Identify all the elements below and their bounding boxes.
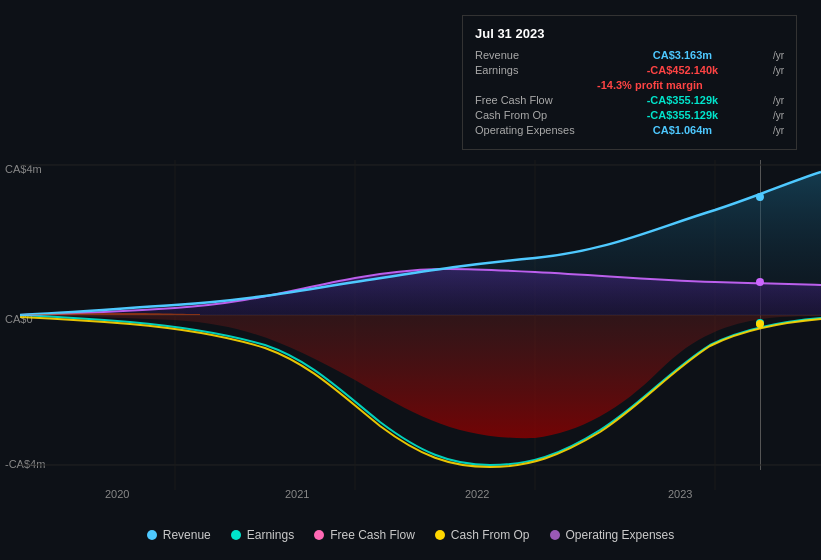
earnings-legend-label: Earnings (247, 528, 294, 542)
tooltip-row-earnings: Earnings -CA$452.140k /yr (475, 64, 784, 76)
opex-label: Operating Expenses (475, 124, 595, 136)
revenue-unit: /yr (773, 50, 784, 61)
opex-legend-dot (550, 530, 560, 540)
revenue-legend-label: Revenue (163, 528, 211, 542)
tooltip-date: Jul 31 2023 (475, 26, 784, 41)
fcf-legend-dot (314, 530, 324, 540)
opex-legend-label: Operating Expenses (566, 528, 675, 542)
opex-value: CA$1.064m (653, 124, 712, 136)
svg-point-10 (756, 320, 764, 328)
earnings-unit: /yr (773, 65, 784, 76)
legend-cfo: Cash From Op (435, 528, 530, 542)
legend: Revenue Earnings Free Cash Flow Cash Fro… (0, 528, 821, 542)
legend-earnings: Earnings (231, 528, 294, 542)
legend-opex: Operating Expenses (550, 528, 675, 542)
cfo-legend-dot (435, 530, 445, 540)
revenue-value: CA$3.163m (653, 49, 712, 61)
tooltip-row-cfo: Cash From Op -CA$355.129k /yr (475, 109, 784, 121)
revenue-legend-dot (147, 530, 157, 540)
earnings-legend-dot (231, 530, 241, 540)
cfo-legend-label: Cash From Op (451, 528, 530, 542)
tooltip-row-fcf: Free Cash Flow -CA$355.129k /yr (475, 94, 784, 106)
svg-point-7 (756, 193, 764, 201)
fcf-unit: /yr (773, 95, 784, 106)
tooltip-row-opex: Operating Expenses CA$1.064m /yr (475, 124, 784, 136)
cfo-label: Cash From Op (475, 109, 595, 121)
revenue-label: Revenue (475, 49, 595, 61)
opex-unit: /yr (773, 125, 784, 136)
tooltip-row-margin: -14.3% profit margin (597, 79, 784, 91)
fcf-value: -CA$355.129k (647, 94, 719, 106)
fcf-legend-label: Free Cash Flow (330, 528, 415, 542)
earnings-label: Earnings (475, 64, 595, 76)
svg-point-8 (756, 278, 764, 286)
tooltip-row-revenue: Revenue CA$3.163m /yr (475, 49, 784, 61)
tooltip-box: Jul 31 2023 Revenue CA$3.163m /yr Earnin… (462, 15, 797, 150)
cfo-value: -CA$355.129k (647, 109, 719, 121)
margin-value: -14.3% profit margin (597, 79, 703, 91)
cfo-unit: /yr (773, 110, 784, 121)
chart-container: Jul 31 2023 Revenue CA$3.163m /yr Earnin… (0, 0, 821, 560)
legend-revenue: Revenue (147, 528, 211, 542)
fcf-label: Free Cash Flow (475, 94, 595, 106)
earnings-value: -CA$452.140k (647, 64, 719, 76)
chart-svg (0, 160, 821, 490)
legend-fcf: Free Cash Flow (314, 528, 415, 542)
